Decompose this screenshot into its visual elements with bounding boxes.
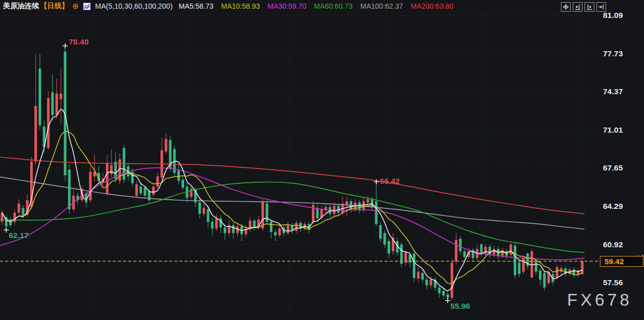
candle-body [518, 263, 520, 274]
candle-body [47, 98, 50, 148]
ma-legend-item: MA100:62.37 [360, 2, 403, 10]
candle-body [207, 209, 209, 222]
price-tick-label: 60.92 [603, 240, 623, 249]
candle-body [543, 273, 546, 288]
ma-legend-item: MA5:58.73 [179, 2, 214, 10]
ma-line-MA30 [0, 168, 585, 260]
extreme-marker [445, 298, 450, 303]
candle-body [514, 246, 516, 275]
candle-body [451, 263, 453, 298]
candle-body [375, 201, 377, 224]
candle-body [215, 219, 218, 229]
ma-line-MA200 [0, 157, 585, 214]
crosshair-icon[interactable] [561, 2, 571, 12]
price-tick-label: 57.56 [603, 278, 623, 287]
candle-body [182, 180, 184, 188]
ma-legend-item: MA10:58.93 [221, 2, 260, 10]
candle-body [535, 262, 537, 272]
candle-body [89, 172, 92, 200]
candle-body [442, 291, 445, 295]
candle-body [165, 139, 167, 151]
candle-body [459, 239, 461, 251]
chart-header: 美原油连续 【日线】 ⊕ MA(5,10,30,60,100,200) MA5:… [3, 2, 461, 11]
candle-body [232, 225, 235, 233]
candle-body [139, 186, 142, 193]
candle-body [144, 188, 146, 196]
candle-body [152, 186, 155, 195]
candle-body [9, 220, 12, 225]
period-label[interactable]: 【日线】 [40, 2, 69, 11]
candle-body [287, 225, 289, 233]
candle-body [253, 221, 256, 227]
candle-body [110, 165, 113, 174]
candle-body [447, 294, 449, 298]
candle-body [430, 280, 432, 285]
candle-body [464, 251, 466, 257]
chart-logo-icon [83, 3, 91, 10]
ma-line-MA10 [2, 132, 582, 284]
go-to-end-icon[interactable] [596, 2, 606, 12]
candle-body [278, 228, 281, 235]
candle-body [224, 227, 226, 233]
price-tick-label: 64.29 [603, 202, 623, 210]
candle-body [388, 241, 390, 253]
candle-body [426, 280, 428, 285]
candle-body [417, 272, 419, 279]
candle-body [68, 169, 71, 209]
candle-body [493, 249, 495, 254]
candle-body [203, 208, 205, 214]
price-tick-label: 74.37 [603, 87, 623, 96]
zoom-out-icon[interactable] [573, 2, 582, 12]
ma-legend: MA5:58.73MA10:58.93MA30:59.70MA60:60.73M… [179, 2, 461, 10]
candle-body [34, 106, 37, 162]
candle-body [177, 170, 180, 181]
candle-body [333, 206, 335, 214]
candle-body [274, 232, 277, 236]
candle-body [55, 94, 58, 115]
candle-body [480, 245, 482, 254]
ma-legend-item: MA200:63.80 [411, 2, 453, 10]
candle-body [22, 208, 25, 215]
candle-body [510, 245, 512, 255]
candle-body [156, 176, 159, 186]
candle-body [413, 253, 415, 278]
price-annotation: 66.42 [380, 177, 400, 185]
ma-line-MA100 [0, 177, 585, 229]
candle-body [421, 273, 424, 280]
candle-body [438, 288, 440, 293]
candle-body [316, 208, 319, 219]
crosshair-toggle-icon[interactable]: ⊕ [72, 2, 79, 11]
candle-body [295, 223, 298, 231]
candle-body [17, 204, 20, 213]
price-annotation: 62.17 [9, 231, 29, 240]
ma-legend-item: MA60:60.73 [314, 2, 353, 10]
candle-body [455, 240, 457, 262]
candle-body [198, 202, 201, 214]
candle-body [581, 261, 583, 274]
zoom-in-icon[interactable] [585, 2, 594, 12]
trading-chart-app: { "header": { "symbol": "美原油连续", "period… [0, 0, 644, 320]
symbol-name: 美原油连续 [3, 2, 39, 11]
watermark: FX678 [567, 290, 632, 310]
candle-body [270, 222, 272, 232]
candlestick-chart[interactable]: 81.0977.7374.3771.0167.6564.2960.9257.56… [0, 0, 644, 320]
candle-body [106, 163, 109, 194]
ma-legend-item: MA30:59.70 [268, 2, 307, 10]
candle-body [346, 201, 348, 205]
candle-body [266, 204, 268, 222]
candle-body [51, 92, 54, 115]
candle-body [384, 233, 386, 244]
candle-body [556, 267, 558, 278]
price-annotation: 78.40 [69, 37, 89, 46]
candle-body [367, 199, 369, 203]
candle-body [379, 225, 382, 239]
candle-body [38, 69, 41, 125]
candle-body [59, 94, 62, 99]
price-tick-label: 77.73 [603, 49, 623, 58]
candle-body [485, 247, 487, 253]
candlesticks[interactable] [1, 46, 584, 301]
candle-body [211, 222, 214, 228]
chart-toolbar [561, 2, 606, 12]
last-price-box: 59.42 [600, 256, 643, 267]
price-tick-label: 81.09 [603, 11, 623, 19]
